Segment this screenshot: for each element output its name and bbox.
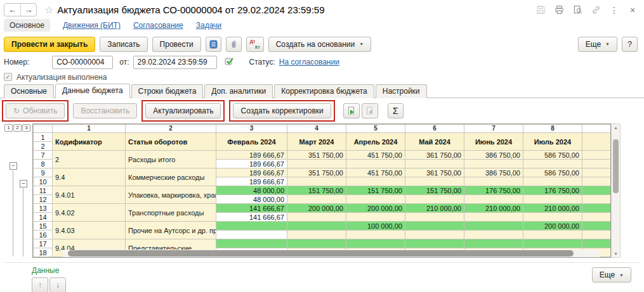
code-cell[interactable]: 2 [53, 151, 126, 168]
plan-value-cell[interactable]: 210 000,00 [464, 204, 523, 213]
post-button[interactable]: Провести [152, 37, 201, 52]
plan-value-cell[interactable]: 176 750,00 [523, 186, 582, 195]
column-number[interactable]: 2 [126, 125, 216, 133]
fact-value-cell[interactable] [582, 213, 612, 222]
grid-row-number[interactable]: 10 [34, 177, 53, 186]
forward-button[interactable]: → [20, 4, 36, 16]
number-field[interactable] [52, 56, 113, 69]
grid-row-number[interactable]: 17 [34, 239, 53, 248]
fact-value-cell[interactable] [287, 195, 346, 204]
link-icon[interactable] [591, 5, 601, 15]
plan-value-cell[interactable]: 189 666,67 [216, 151, 287, 160]
fact-value-cell[interactable] [582, 231, 612, 239]
column-number[interactable]: 8 [523, 125, 582, 133]
footer-more-button[interactable]: Еще▼ [592, 267, 631, 282]
horizontal-scrollbar[interactable] [63, 250, 600, 257]
plan-value-cell[interactable] [346, 239, 405, 248]
plan-value-cell[interactable]: 361 750,00 [405, 151, 464, 160]
grid-row-number[interactable]: 18 [34, 248, 53, 257]
column-number[interactable]: 7 [464, 125, 523, 133]
plan-value-cell[interactable] [287, 239, 346, 248]
tab-budget-data[interactable]: Данные бюджета [55, 84, 130, 98]
month-column-header[interactable]: Июль 2024 [523, 133, 582, 151]
back-button[interactable]: ← [4, 4, 20, 16]
fact-value-cell[interactable] [346, 231, 405, 239]
tab-budget-lines[interactable]: Строки бюджета [131, 84, 204, 98]
column-number[interactable]: 5 [346, 125, 405, 133]
post-and-close-button[interactable]: Провести и закрыть [4, 37, 95, 52]
fact-value-cell[interactable] [216, 231, 287, 239]
plan-value-cell[interactable]: 210 000,00 [405, 204, 464, 213]
help-button[interactable]: ? [622, 37, 638, 52]
plan-value-cell[interactable]: 351 750,00 [287, 151, 346, 160]
plan-value-cell[interactable]: 351 750,00 [287, 168, 346, 177]
nav-link-tasks[interactable]: Задачи [196, 21, 221, 30]
fact-value-cell[interactable] [464, 195, 523, 204]
grid-row-number[interactable]: 15 [34, 222, 53, 231]
tab-budget-adjustment[interactable]: Корректировка бюджета [274, 84, 374, 98]
article-column-header[interactable]: Статья оборотов [126, 133, 216, 151]
scroll-down-icon[interactable]: ▼ [612, 251, 620, 256]
fact-value-cell[interactable]: 141 666,67 [216, 213, 287, 222]
fact-value-cell[interactable]: 189 666,67 [216, 177, 287, 186]
fact-value-cell[interactable] [287, 213, 346, 222]
plan-value-cell[interactable] [216, 222, 287, 231]
scroll-up-icon[interactable]: ▲ [612, 125, 620, 130]
fact-value-cell[interactable] [346, 160, 405, 168]
fact-value-cell[interactable] [464, 231, 523, 239]
fact-value-cell[interactable] [464, 177, 523, 186]
close-icon[interactable]: × [628, 5, 638, 15]
group-level-1-button[interactable]: 1 [4, 124, 13, 132]
grid-row-number[interactable]: 9 [34, 168, 53, 177]
fact-value-cell[interactable] [405, 160, 464, 168]
group-level-3-button[interactable]: 3 [22, 124, 30, 132]
plan-value-cell[interactable] [582, 239, 612, 248]
group-level-2-button[interactable]: 2 [13, 124, 22, 132]
plan-value-cell[interactable]: 151 750,00 [346, 186, 405, 195]
corner-cell[interactable] [34, 125, 53, 133]
write-button[interactable]: Записать [100, 37, 147, 52]
attachments-button[interactable] [226, 37, 242, 52]
month-column-header[interactable]: Август 2024 [582, 133, 612, 151]
plan-value-cell[interactable] [582, 222, 612, 231]
plan-value-cell[interactable]: 200 000,00 [346, 204, 405, 213]
plan-value-cell[interactable]: 48 000,00 [216, 186, 287, 195]
grid-row-number[interactable]: 1 [34, 133, 53, 142]
plan-value-cell[interactable]: 451 750,00 [346, 151, 405, 160]
preview-icon[interactable] [572, 5, 582, 15]
article-cell[interactable]: Транспортные расходы [126, 204, 216, 222]
fact-value-cell[interactable] [523, 231, 582, 239]
fact-value-cell[interactable] [287, 177, 346, 186]
month-column-header[interactable]: Июнь 2024 [464, 133, 523, 151]
article-cell[interactable]: Прочие на Аутсорс и др. прочие коммерчес… [126, 222, 216, 239]
fact-value-cell[interactable] [287, 160, 346, 168]
column-number[interactable] [582, 125, 612, 133]
column-number[interactable]: 1 [53, 125, 126, 133]
plan-value-cell[interactable]: 189 666,67 [216, 168, 287, 177]
create-based-on-button[interactable]: Создать на основании▼ [268, 37, 371, 52]
refresh-button[interactable]: ↻Обновить [6, 103, 65, 118]
actualization-done-checkbox[interactable]: ✓ [4, 73, 12, 81]
grid-row-number[interactable]: 12 [34, 195, 53, 204]
article-cell[interactable]: Коммерческие расходы [126, 168, 216, 186]
report-button[interactable] [206, 37, 221, 52]
plan-value-cell[interactable] [582, 151, 612, 160]
plan-value-cell[interactable] [523, 239, 582, 248]
save-icon[interactable] [536, 5, 546, 15]
fact-value-cell[interactable] [405, 231, 464, 239]
fact-value-cell[interactable] [582, 177, 612, 186]
plan-value-cell[interactable]: 176 750,00 [464, 186, 523, 195]
plan-value-cell[interactable] [216, 239, 287, 248]
grid-row-number[interactable]: 7 [34, 151, 53, 160]
fact-value-cell[interactable] [582, 195, 612, 204]
fact-value-cell[interactable] [523, 177, 582, 186]
plan-value-cell[interactable] [287, 222, 346, 231]
article-cell[interactable]: Расходы итого [126, 151, 216, 168]
nav-link-movements[interactable]: Движения (БИТ) [63, 21, 121, 30]
fact-value-cell[interactable] [464, 213, 523, 222]
plan-value-cell[interactable]: 586 750,00 [523, 151, 582, 160]
nav-link-approval[interactable]: Согласование [133, 21, 183, 30]
actualize-button[interactable]: Актуализировать [145, 103, 221, 118]
move-up-button[interactable]: ↑ [32, 277, 48, 292]
horizontal-scrollbar-thumb[interactable] [68, 250, 574, 257]
